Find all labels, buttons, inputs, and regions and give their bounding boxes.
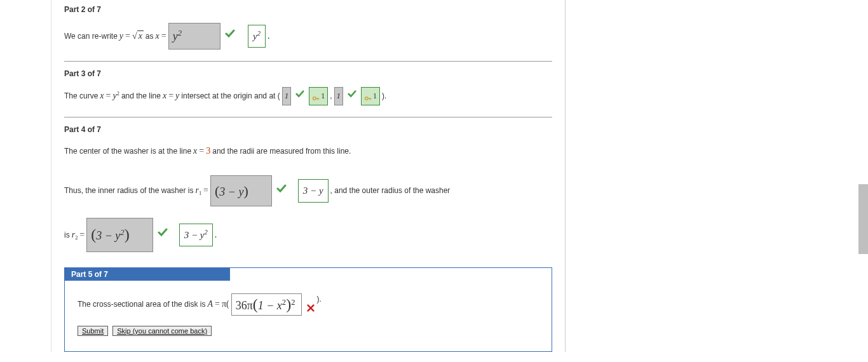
rparen: )	[286, 296, 291, 312]
check-icon	[158, 227, 168, 243]
var-x: x	[100, 88, 104, 105]
solution-key: 1	[361, 87, 380, 105]
rparen: )	[125, 226, 130, 243]
text: We can re-write	[64, 29, 118, 44]
rparen: )	[243, 183, 248, 199]
coeff: 36π	[236, 299, 253, 312]
close-paren: ).	[382, 89, 386, 104]
tutorial-content: Part 2 of 7 We can re-write y = x as x =…	[51, 0, 566, 352]
answer-input[interactable]: y2	[168, 23, 220, 50]
part-header: Part 4 of 7	[64, 125, 552, 134]
var-y: y	[119, 28, 123, 45]
answer-input-y[interactable]: 1	[334, 87, 344, 105]
divider	[64, 117, 552, 117]
part-5-body: The cross-sectional area of the disk is …	[65, 281, 552, 342]
period: .	[268, 28, 270, 45]
part-header: Part 3 of 7	[64, 69, 552, 78]
submit-button[interactable]: Submit	[78, 326, 108, 336]
part-3: Part 3 of 7 The curve x = y2 and the lin…	[51, 64, 565, 114]
exp-2: 2	[117, 91, 119, 97]
divider	[64, 61, 552, 62]
correct-answer-r2: 3 − y2	[179, 224, 213, 247]
answer-input-x[interactable]: 1	[282, 87, 292, 105]
text: The center of the washer is at the line	[64, 144, 191, 159]
var-x: x	[156, 28, 159, 45]
line-1: The center of the washer is at the line …	[64, 143, 552, 160]
text: intersect at the origin and at (	[181, 89, 280, 104]
inner: 1 − x	[258, 299, 282, 312]
text: The cross-sectional area of the disk is	[78, 300, 205, 309]
equals: =	[79, 227, 85, 244]
equals: =	[161, 28, 166, 45]
part-4: Part 4 of 7 The center of the washer is …	[51, 120, 565, 261]
expr-a: 3 − y	[96, 229, 120, 242]
part-4-body: The center of the washer is at the line …	[64, 143, 552, 252]
part-5-container: Part 5 of 7 The cross-sectional area of …	[51, 267, 565, 352]
answer-exp: 2	[178, 29, 182, 37]
check-icon	[276, 184, 287, 199]
correct-base: y	[253, 31, 257, 41]
check-icon	[295, 89, 304, 104]
cross-icon	[306, 304, 315, 314]
solution-key: 1	[309, 87, 328, 105]
text: The curve	[64, 89, 98, 104]
answer-input-r1[interactable]: (3 − y)	[210, 175, 272, 207]
sub-1: 1	[199, 191, 201, 197]
y-squared: y2	[112, 88, 119, 105]
text: , and the outer radius of the washer	[330, 184, 451, 198]
sqrt-icon	[132, 32, 137, 41]
answer-input-r2[interactable]: (3 − y2)	[86, 218, 153, 252]
sqrt-expr: x	[132, 28, 144, 45]
var-x: x	[163, 88, 166, 105]
text: and the line	[121, 89, 161, 104]
correct-answer-r1: 3 − y	[298, 179, 329, 203]
pi-open: π(	[222, 299, 229, 309]
line-1: The cross-sectional area of the disk is …	[78, 293, 539, 316]
text: is	[64, 228, 70, 243]
button-row: Submit Skip (you cannot come back)	[78, 326, 539, 336]
text: Thus, the inner radius of the washer is	[64, 184, 193, 198]
key-value: 1	[321, 91, 325, 100]
line-3: is r2 = (3 − y2) 3 − y2 .	[64, 218, 552, 252]
key-icon	[364, 93, 372, 100]
correct-exp: 2	[257, 30, 261, 37]
skip-button[interactable]: Skip (you cannot come back)	[112, 326, 212, 336]
key-icon	[312, 93, 320, 100]
check-icon	[348, 89, 356, 104]
closing-group: ).	[304, 295, 321, 314]
sqrt-arg: x	[137, 30, 144, 41]
corr-exp: 2	[204, 229, 207, 236]
corr-a: 3 − y	[184, 230, 205, 240]
close-paren: ).	[304, 295, 321, 304]
scrollbar-thumb[interactable]	[858, 184, 868, 254]
part-header: Part 2 of 7	[64, 5, 552, 14]
exp2: 2	[291, 298, 295, 307]
equals: =	[106, 88, 111, 105]
line-2: Thus, the inner radius of the washer is …	[64, 175, 552, 207]
r1: r1	[195, 182, 201, 199]
text: as	[146, 29, 154, 44]
equals: =	[168, 88, 173, 105]
var-A: A	[207, 299, 213, 309]
lparen: (	[253, 296, 258, 312]
answer-input-area[interactable]: 36π(1 − x2)2	[231, 293, 302, 316]
check-icon	[225, 29, 235, 44]
period: .	[215, 227, 217, 244]
part-2: Part 2 of 7 We can re-write y = x as x =…	[51, 0, 565, 58]
equals: =	[125, 28, 130, 45]
part-3-body: The curve x = y2 and the line x = y inte…	[64, 87, 552, 105]
equals: =	[215, 299, 220, 309]
answer-base: y	[173, 30, 178, 43]
value-3: 3	[206, 143, 210, 160]
sub-2: 2	[75, 235, 78, 241]
comma: ,	[330, 89, 332, 104]
correct-answer: y2	[248, 25, 266, 48]
r2: r2	[72, 227, 78, 244]
key-value: 1	[373, 91, 377, 100]
part-5: Part 5 of 7 The cross-sectional area of …	[64, 267, 552, 352]
text: and the radii are measured from this lin…	[212, 144, 351, 159]
var-x: x	[193, 143, 197, 160]
equals: =	[203, 182, 208, 199]
var-y: y	[175, 88, 179, 105]
equals: =	[199, 143, 204, 160]
